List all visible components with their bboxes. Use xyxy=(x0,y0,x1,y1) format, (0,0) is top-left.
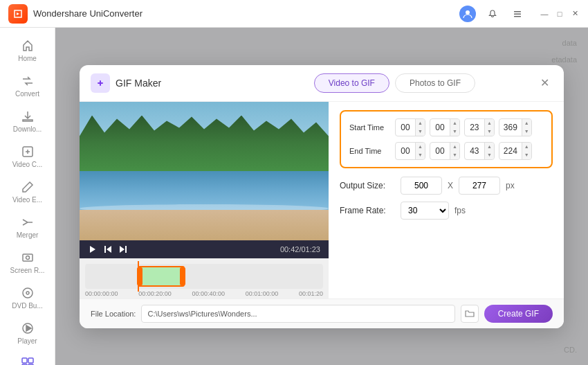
sidebar-item-screen-rec[interactable]: Screen R... xyxy=(0,245,55,281)
next-button[interactable] xyxy=(118,244,128,254)
start-time-hours[interactable]: 00 ▲ ▼ xyxy=(395,118,425,136)
maximize-button[interactable]: □ xyxy=(555,9,564,19)
svg-rect-11 xyxy=(28,358,33,363)
end-s-value: 43 xyxy=(465,146,484,156)
sidebar-item-dvd[interactable]: DVD Bu... xyxy=(0,281,55,316)
modal-footer: File Location: Create GIF xyxy=(80,299,564,328)
start-h-up[interactable]: ▲ xyxy=(416,119,425,127)
modal-overlay: GIF Maker Video to GIF Photos to GIF ✕ xyxy=(55,28,588,365)
minimize-button[interactable]: — xyxy=(540,9,549,19)
svg-point-0 xyxy=(466,10,470,15)
sidebar-item-home[interactable]: Home xyxy=(0,33,55,69)
sidebar-item-merger[interactable]: Merger xyxy=(0,210,55,245)
app-logo xyxy=(8,4,28,24)
start-ms-down[interactable]: ▼ xyxy=(522,127,531,136)
tab-photos-to-gif[interactable]: Photos to GIF xyxy=(395,73,475,93)
start-m-arrows[interactable]: ▲ ▼ xyxy=(450,119,459,136)
end-m-up[interactable]: ▲ xyxy=(450,143,459,151)
file-location-label: File Location: xyxy=(91,310,136,318)
bell-icon[interactable] xyxy=(484,6,501,22)
output-size-label: Output Size: xyxy=(340,181,395,190)
timeline-selection[interactable] xyxy=(138,266,185,287)
end-time-hours[interactable]: 00 ▲ ▼ xyxy=(395,142,425,160)
end-time-ms[interactable]: 224 ▲ ▼ xyxy=(499,142,532,160)
close-button[interactable]: ✕ xyxy=(570,9,580,19)
end-s-arrows[interactable]: ▲ ▼ xyxy=(484,143,494,159)
timeline-mark-1: 00:00:20:00 xyxy=(138,290,172,297)
end-m-arrows[interactable]: ▲ ▼ xyxy=(450,143,459,159)
edit-icon xyxy=(21,180,35,194)
video-controls: 00:42/01:23 xyxy=(80,240,329,258)
sidebar-item-video-edit[interactable]: Video E... xyxy=(0,175,55,210)
timeline-mark-4: 00:01:20 xyxy=(299,290,323,297)
end-time-row: End Time 00 ▲ ▼ 00 xyxy=(349,142,543,160)
start-ms-up[interactable]: ▲ xyxy=(522,119,531,127)
video-preview-panel: 00:42/01:23 xyxy=(80,102,329,299)
start-m-down[interactable]: ▼ xyxy=(450,127,459,136)
end-m-down[interactable]: ▼ xyxy=(450,151,459,159)
start-s-up[interactable]: ▲ xyxy=(485,119,494,127)
svg-rect-1 xyxy=(514,11,521,12)
start-ms-value: 369 xyxy=(499,123,522,132)
end-s-up[interactable]: ▲ xyxy=(485,143,494,151)
prev-button[interactable] xyxy=(103,244,113,254)
start-time-seconds[interactable]: 23 ▲ ▼ xyxy=(464,118,495,136)
download-icon xyxy=(21,109,35,123)
time-controls-box: Start Time 00 ▲ ▼ 00 xyxy=(340,110,553,168)
start-time-minutes[interactable]: 00 ▲ ▼ xyxy=(430,118,460,136)
sidebar-label-convert: Convert xyxy=(15,90,39,98)
sidebar-item-toolbox[interactable]: Toolbox xyxy=(0,351,55,365)
end-ms-up[interactable]: ▲ xyxy=(522,143,531,151)
height-input[interactable] xyxy=(459,177,500,195)
start-ms-arrows[interactable]: ▲ ▼ xyxy=(522,119,531,136)
sidebar-item-convert[interactable]: Convert xyxy=(0,69,55,104)
modal-title-container: GIF Maker xyxy=(91,73,161,93)
browse-folder-button[interactable] xyxy=(461,305,479,323)
svg-rect-21 xyxy=(125,246,127,253)
dvd-icon xyxy=(21,286,35,300)
frame-rate-row: Frame Rate: 30 15 20 24 60 fps xyxy=(340,202,553,220)
end-time-seconds[interactable]: 43 ▲ ▼ xyxy=(464,142,495,160)
timeline-handle-right[interactable] xyxy=(180,267,185,285)
user-avatar-icon[interactable] xyxy=(459,6,476,22)
frame-rate-select[interactable]: 30 15 20 24 60 xyxy=(401,202,449,220)
end-h-value: 00 xyxy=(396,146,415,156)
file-path-input[interactable] xyxy=(141,305,454,323)
convert-icon xyxy=(21,74,35,88)
start-h-down[interactable]: ▼ xyxy=(416,127,425,136)
start-m-value: 00 xyxy=(430,123,450,132)
end-h-down[interactable]: ▼ xyxy=(416,151,425,159)
modal-close-button[interactable]: ✕ xyxy=(536,75,553,91)
start-time-row: Start Time 00 ▲ ▼ 00 xyxy=(349,118,543,136)
sidebar-item-player[interactable]: Player xyxy=(0,316,55,351)
start-h-value: 00 xyxy=(396,123,415,132)
title-bar-controls: — □ ✕ xyxy=(459,6,580,22)
end-time-label: End Time xyxy=(349,147,391,155)
sidebar-item-video-compress[interactable]: Video C... xyxy=(0,139,55,175)
timeline-playhead xyxy=(138,261,139,292)
end-time-minutes[interactable]: 00 ▲ ▼ xyxy=(430,142,460,160)
start-s-down[interactable]: ▼ xyxy=(485,127,494,136)
end-s-down[interactable]: ▼ xyxy=(485,151,494,159)
end-ms-down[interactable]: ▼ xyxy=(522,151,531,159)
tab-video-to-gif[interactable]: Video to GIF xyxy=(314,73,389,93)
video-time: 00:42/01:23 xyxy=(280,245,320,253)
end-h-arrows[interactable]: ▲ ▼ xyxy=(415,143,425,159)
start-m-up[interactable]: ▲ xyxy=(450,119,459,127)
svg-rect-20 xyxy=(104,246,106,253)
svg-rect-3 xyxy=(514,16,521,17)
start-time-ms[interactable]: 369 ▲ ▼ xyxy=(499,118,532,136)
width-input[interactable] xyxy=(401,177,442,195)
create-gif-button[interactable]: Create GIF xyxy=(484,305,553,323)
play-button[interactable] xyxy=(88,244,98,254)
end-ms-arrows[interactable]: ▲ ▼ xyxy=(522,143,531,159)
settings-panel: Start Time 00 ▲ ▼ 00 xyxy=(329,102,564,299)
modal-add-icon[interactable] xyxy=(91,73,110,93)
timeline-mark-3: 00:01:00:00 xyxy=(246,290,279,297)
start-s-arrows[interactable]: ▲ ▼ xyxy=(484,119,494,136)
timeline-track[interactable] xyxy=(85,264,323,289)
start-h-arrows[interactable]: ▲ ▼ xyxy=(415,119,425,136)
menu-icon[interactable] xyxy=(509,6,526,22)
sidebar-item-download[interactable]: Downlo... xyxy=(0,104,55,139)
end-h-up[interactable]: ▲ xyxy=(416,143,425,151)
